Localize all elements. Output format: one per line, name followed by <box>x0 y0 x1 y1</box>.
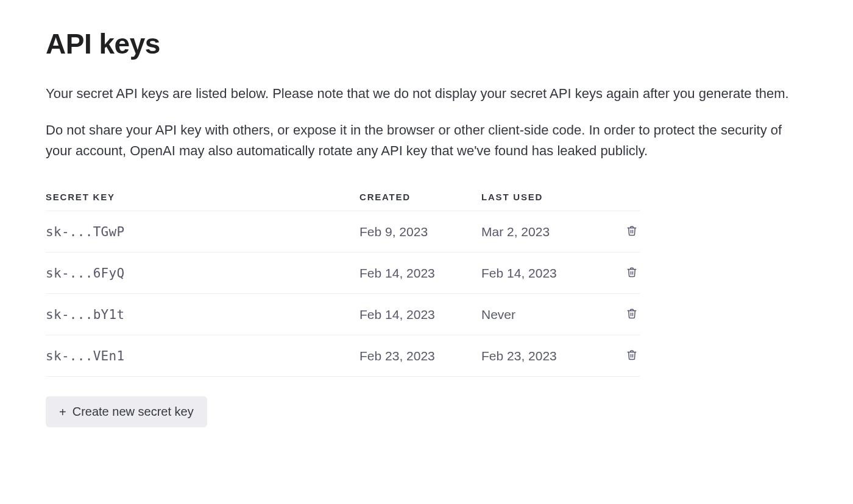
column-header-actions <box>603 186 640 211</box>
page-title: API keys <box>46 27 807 60</box>
delete-key-button[interactable] <box>624 222 640 241</box>
secret-key-value: sk-...VEn1 <box>46 335 359 377</box>
trash-icon <box>626 307 637 321</box>
column-header-last-used: LAST USED <box>481 186 603 211</box>
secret-key-value: sk-...TGwP <box>46 211 359 253</box>
table-row: sk-...VEn1 Feb 23, 2023 Feb 23, 2023 <box>46 335 640 377</box>
created-value: Feb 23, 2023 <box>359 335 481 377</box>
description-paragraph-2: Do not share your API key with others, o… <box>46 120 807 161</box>
trash-icon <box>626 349 637 363</box>
delete-key-button[interactable] <box>624 305 640 324</box>
plus-icon: + <box>59 406 66 418</box>
delete-key-button[interactable] <box>624 264 640 282</box>
table-row: sk-...6FyQ Feb 14, 2023 Feb 14, 2023 <box>46 253 640 294</box>
last-used-value: Never <box>481 294 603 335</box>
last-used-value: Feb 14, 2023 <box>481 253 603 294</box>
column-header-secret-key: SECRET KEY <box>46 186 359 211</box>
table-row: sk-...TGwP Feb 9, 2023 Mar 2, 2023 <box>46 211 640 253</box>
created-value: Feb 14, 2023 <box>359 253 481 294</box>
delete-key-button[interactable] <box>624 346 640 365</box>
trash-icon <box>626 266 637 280</box>
column-header-created: CREATED <box>359 186 481 211</box>
table-row: sk-...bY1t Feb 14, 2023 Never <box>46 294 640 335</box>
description-paragraph-1: Your secret API keys are listed below. P… <box>46 83 807 104</box>
last-used-value: Mar 2, 2023 <box>481 211 603 253</box>
secret-key-value: sk-...bY1t <box>46 294 359 335</box>
api-keys-table: SECRET KEY CREATED LAST USED sk-...TGwP … <box>46 186 640 377</box>
create-button-label: Create new secret key <box>73 405 194 419</box>
create-new-secret-key-button[interactable]: + Create new secret key <box>46 396 207 427</box>
secret-key-value: sk-...6FyQ <box>46 253 359 294</box>
last-used-value: Feb 23, 2023 <box>481 335 603 377</box>
created-value: Feb 9, 2023 <box>359 211 481 253</box>
created-value: Feb 14, 2023 <box>359 294 481 335</box>
trash-icon <box>626 225 637 239</box>
